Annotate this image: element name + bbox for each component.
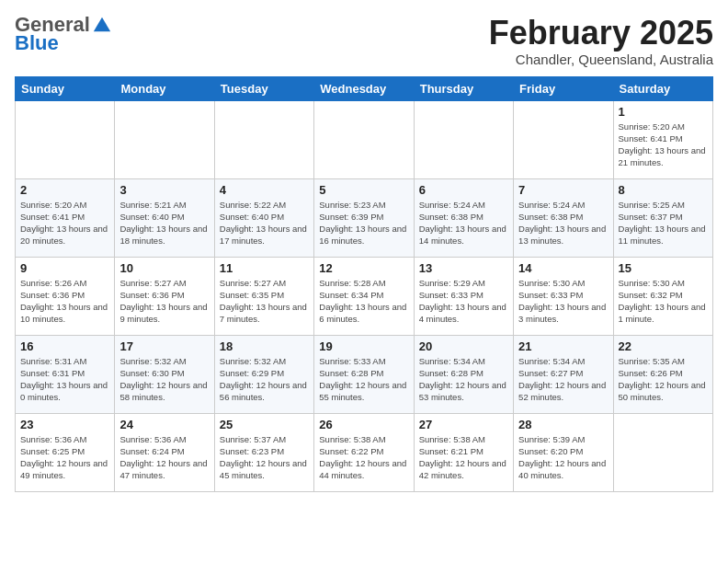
day-info: Sunrise: 5:34 AM Sunset: 6:27 PM Dayligh… — [518, 355, 608, 404]
day-number: 14 — [518, 261, 608, 275]
day-number: 26 — [319, 418, 408, 431]
day-number: 25 — [220, 418, 309, 431]
day-info: Sunrise: 5:35 AM Sunset: 6:26 PM Dayligh… — [619, 355, 708, 404]
calendar-cell: 15Sunrise: 5:30 AM Sunset: 6:32 PM Dayli… — [613, 257, 712, 335]
calendar-cell — [613, 413, 712, 491]
calendar-cell: 9Sunrise: 5:26 AM Sunset: 6:36 PM Daylig… — [16, 257, 115, 335]
weekday-header-friday: Friday — [514, 76, 613, 100]
day-number: 27 — [419, 418, 508, 431]
day-number: 2 — [20, 183, 109, 197]
weekday-header-wednesday: Wednesday — [314, 76, 414, 100]
day-number: 7 — [518, 183, 608, 197]
day-number: 28 — [518, 418, 608, 431]
day-info: Sunrise: 5:38 AM Sunset: 6:21 PM Dayligh… — [419, 433, 508, 482]
day-info: Sunrise: 5:32 AM Sunset: 6:30 PM Dayligh… — [119, 355, 209, 404]
day-info: Sunrise: 5:30 AM Sunset: 6:33 PM Dayligh… — [518, 277, 608, 326]
calendar-cell: 3Sunrise: 5:21 AM Sunset: 6:40 PM Daylig… — [115, 178, 214, 257]
calendar-cell: 22Sunrise: 5:35 AM Sunset: 6:26 PM Dayli… — [613, 335, 712, 413]
day-number: 9 — [20, 261, 109, 275]
day-number: 19 — [319, 339, 408, 353]
calendar-cell: 1Sunrise: 5:20 AM Sunset: 6:41 PM Daylig… — [613, 100, 712, 178]
calendar-cell: 6Sunrise: 5:24 AM Sunset: 6:38 PM Daylig… — [414, 178, 513, 257]
calendar-cell: 13Sunrise: 5:29 AM Sunset: 6:33 PM Dayli… — [414, 257, 513, 335]
day-number: 24 — [119, 418, 209, 431]
day-info: Sunrise: 5:22 AM Sunset: 6:40 PM Dayligh… — [220, 199, 309, 247]
svg-marker-0 — [94, 17, 110, 32]
day-info: Sunrise: 5:24 AM Sunset: 6:38 PM Dayligh… — [419, 199, 508, 247]
calendar-cell — [514, 100, 613, 178]
calendar-cell — [314, 100, 414, 178]
day-number: 15 — [619, 261, 708, 275]
calendar-cell: 16Sunrise: 5:31 AM Sunset: 6:31 PM Dayli… — [16, 335, 115, 413]
day-info: Sunrise: 5:29 AM Sunset: 6:33 PM Dayligh… — [419, 277, 508, 326]
day-info: Sunrise: 5:36 AM Sunset: 6:24 PM Dayligh… — [119, 433, 209, 482]
calendar-cell: 14Sunrise: 5:30 AM Sunset: 6:33 PM Dayli… — [514, 257, 613, 335]
month-title: February 2025 — [489, 15, 713, 52]
calendar-cell: 5Sunrise: 5:23 AM Sunset: 6:39 PM Daylig… — [314, 178, 414, 257]
weekday-header-tuesday: Tuesday — [214, 76, 313, 100]
calendar-cell: 10Sunrise: 5:27 AM Sunset: 6:36 PM Dayli… — [115, 257, 214, 335]
day-info: Sunrise: 5:27 AM Sunset: 6:36 PM Dayligh… — [119, 277, 209, 326]
calendar-week-row: 1Sunrise: 5:20 AM Sunset: 6:41 PM Daylig… — [16, 100, 713, 178]
day-number: 23 — [20, 418, 109, 431]
day-number: 18 — [220, 339, 309, 353]
calendar-cell: 24Sunrise: 5:36 AM Sunset: 6:24 PM Dayli… — [115, 413, 214, 491]
calendar-cell: 21Sunrise: 5:34 AM Sunset: 6:27 PM Dayli… — [514, 335, 613, 413]
day-info: Sunrise: 5:38 AM Sunset: 6:22 PM Dayligh… — [319, 433, 408, 482]
day-number: 11 — [220, 261, 309, 275]
calendar-week-row: 9Sunrise: 5:26 AM Sunset: 6:36 PM Daylig… — [16, 257, 713, 335]
calendar-cell: 4Sunrise: 5:22 AM Sunset: 6:40 PM Daylig… — [214, 178, 313, 257]
day-number: 4 — [220, 183, 309, 197]
calendar-cell: 17Sunrise: 5:32 AM Sunset: 6:30 PM Dayli… — [115, 335, 214, 413]
calendar-week-row: 23Sunrise: 5:36 AM Sunset: 6:25 PM Dayli… — [16, 413, 713, 491]
day-number: 13 — [419, 261, 508, 275]
calendar-cell: 28Sunrise: 5:39 AM Sunset: 6:20 PM Dayli… — [514, 413, 613, 491]
day-info: Sunrise: 5:30 AM Sunset: 6:32 PM Dayligh… — [619, 277, 708, 326]
day-info: Sunrise: 5:20 AM Sunset: 6:41 PM Dayligh… — [619, 121, 708, 169]
day-info: Sunrise: 5:28 AM Sunset: 6:34 PM Dayligh… — [319, 277, 408, 326]
day-number: 21 — [518, 339, 608, 353]
calendar-cell — [214, 100, 313, 178]
calendar-cell — [115, 100, 214, 178]
day-number: 17 — [119, 339, 209, 353]
logo: General Blue — [15, 15, 112, 55]
logo-icon — [92, 15, 112, 35]
calendar-cell: 20Sunrise: 5:34 AM Sunset: 6:28 PM Dayli… — [414, 335, 513, 413]
day-number: 12 — [319, 261, 408, 275]
day-info: Sunrise: 5:24 AM Sunset: 6:38 PM Dayligh… — [518, 199, 608, 247]
day-number: 1 — [619, 105, 708, 119]
day-number: 5 — [319, 183, 408, 197]
day-info: Sunrise: 5:25 AM Sunset: 6:37 PM Dayligh… — [619, 199, 708, 247]
calendar-week-row: 2Sunrise: 5:20 AM Sunset: 6:41 PM Daylig… — [16, 178, 713, 257]
day-number: 3 — [119, 183, 209, 197]
title-block: February 2025 Chandler, Queensland, Aust… — [489, 15, 713, 67]
location-subtitle: Chandler, Queensland, Australia — [489, 52, 713, 67]
day-info: Sunrise: 5:23 AM Sunset: 6:39 PM Dayligh… — [319, 199, 408, 247]
day-info: Sunrise: 5:31 AM Sunset: 6:31 PM Dayligh… — [20, 355, 109, 404]
weekday-header-thursday: Thursday — [414, 76, 513, 100]
calendar-cell: 18Sunrise: 5:32 AM Sunset: 6:29 PM Dayli… — [214, 335, 313, 413]
calendar-cell — [16, 100, 115, 178]
day-number: 22 — [619, 339, 708, 353]
calendar-cell: 26Sunrise: 5:38 AM Sunset: 6:22 PM Dayli… — [314, 413, 414, 491]
logo-blue-text: Blue — [15, 31, 59, 55]
calendar-cell — [414, 100, 513, 178]
day-number: 20 — [419, 339, 508, 353]
page-header: General Blue February 2025 Chandler, Que… — [15, 15, 713, 67]
day-info: Sunrise: 5:26 AM Sunset: 6:36 PM Dayligh… — [20, 277, 109, 326]
calendar-table: SundayMondayTuesdayWednesdayThursdayFrid… — [15, 76, 713, 492]
day-info: Sunrise: 5:32 AM Sunset: 6:29 PM Dayligh… — [220, 355, 309, 404]
day-info: Sunrise: 5:20 AM Sunset: 6:41 PM Dayligh… — [20, 199, 109, 247]
weekday-header-row: SundayMondayTuesdayWednesdayThursdayFrid… — [16, 76, 713, 100]
calendar-cell: 19Sunrise: 5:33 AM Sunset: 6:28 PM Dayli… — [314, 335, 414, 413]
day-info: Sunrise: 5:27 AM Sunset: 6:35 PM Dayligh… — [220, 277, 309, 326]
day-info: Sunrise: 5:21 AM Sunset: 6:40 PM Dayligh… — [119, 199, 209, 247]
day-info: Sunrise: 5:37 AM Sunset: 6:23 PM Dayligh… — [220, 433, 309, 482]
calendar-cell: 8Sunrise: 5:25 AM Sunset: 6:37 PM Daylig… — [613, 178, 712, 257]
calendar-cell: 12Sunrise: 5:28 AM Sunset: 6:34 PM Dayli… — [314, 257, 414, 335]
day-info: Sunrise: 5:34 AM Sunset: 6:28 PM Dayligh… — [419, 355, 508, 404]
day-number: 10 — [119, 261, 209, 275]
calendar-cell: 7Sunrise: 5:24 AM Sunset: 6:38 PM Daylig… — [514, 178, 613, 257]
calendar-cell: 11Sunrise: 5:27 AM Sunset: 6:35 PM Dayli… — [214, 257, 313, 335]
day-number: 8 — [619, 183, 708, 197]
